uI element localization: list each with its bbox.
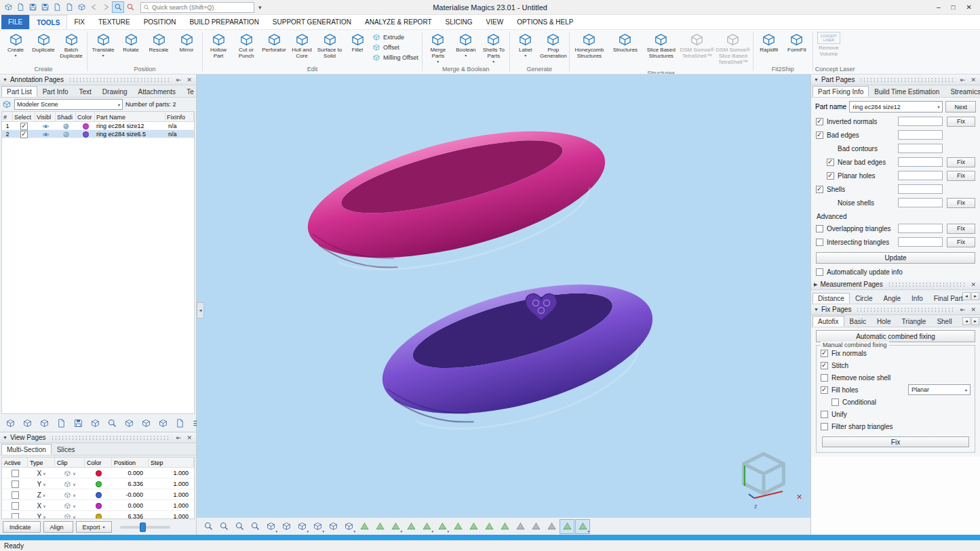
search-input[interactable]: [152, 4, 252, 11]
panel-header[interactable]: ▼ View Pages ⇤ ✕: [0, 432, 196, 443]
collapse-icon[interactable]: ▼: [814, 77, 819, 82]
part-pages-tab[interactable]: Streamics: [945, 86, 980, 97]
ribbon-tab[interactable]: BUILD PREPARATION: [182, 15, 265, 29]
manual-fix-checkbox[interactable]: [821, 374, 828, 382]
paint-part-icon[interactable]: [121, 415, 136, 430]
manual-fix-checkbox[interactable]: [821, 362, 828, 369]
fix-button[interactable]: Fix: [947, 171, 975, 181]
active-checkbox[interactable]: [12, 502, 19, 510]
diagnostic-count-field[interactable]: [898, 237, 943, 247]
shading-sphere-icon[interactable]: [62, 131, 70, 138]
zoom-fit-icon[interactable]: [232, 519, 247, 534]
close-button[interactable]: ✕: [966, 3, 972, 11]
mark-plane-icon[interactable]: [372, 519, 387, 534]
diagnostic-checkbox[interactable]: [827, 159, 834, 166]
section-row[interactable]: X∨ ∨ 0.000 1.000: [2, 468, 194, 478]
chevron-down-icon[interactable]: ∨: [43, 493, 45, 497]
filter-marked-icon[interactable]: [544, 519, 559, 534]
ribbon-tab[interactable]: POSITION: [137, 15, 183, 29]
close-icon[interactable]: ✕: [969, 306, 977, 313]
chevron-down-icon[interactable]: ∨: [73, 514, 75, 519]
ribbon-button[interactable]: Rotate: [117, 30, 144, 58]
clip-icon[interactable]: [64, 491, 71, 499]
drag-handle[interactable]: [51, 435, 170, 441]
ribbon-small-button[interactable]: Offset: [372, 43, 418, 52]
ribbon-tab[interactable]: OPTIONS & HELP: [510, 15, 580, 29]
pan-view-icon[interactable]: [279, 519, 294, 534]
drag-handle[interactable]: [859, 77, 954, 83]
scroll-right-icon[interactable]: ►: [971, 317, 979, 325]
delete-part-icon[interactable]: [87, 415, 102, 430]
ribbon-button[interactable]: Hollow Part: [205, 30, 232, 64]
ribbon-button[interactable]: Create ▾: [2, 30, 29, 58]
fix-pages-tab[interactable]: Triangle: [897, 316, 932, 327]
active-checkbox[interactable]: [12, 481, 19, 488]
annotation-tab[interactable]: Attachments: [133, 86, 182, 97]
ribbon-button[interactable]: Hull and Core: [288, 30, 315, 64]
collapse-icon[interactable]: ▶: [814, 282, 817, 287]
load-part-icon[interactable]: [54, 415, 68, 430]
fix-button[interactable]: Fix: [947, 224, 975, 234]
section-color-swatch[interactable]: [96, 481, 102, 487]
merge-parts-icon[interactable]: [155, 415, 170, 430]
invert-marked-icon[interactable]: [482, 519, 496, 534]
chevron-down-icon[interactable]: ∨: [73, 471, 75, 476]
show-all-icon[interactable]: [528, 519, 543, 534]
ribbon-button[interactable]: Label ▾: [512, 30, 539, 58]
annotation-tab[interactable]: Drawing: [97, 86, 133, 97]
shade-all-icon[interactable]: ▾: [575, 519, 590, 534]
measurement-tab[interactable]: Angle: [878, 293, 906, 304]
collapse-icon[interactable]: ▼: [3, 435, 7, 440]
ribbon-tab[interactable]: TEXTURE: [92, 15, 137, 29]
section-row[interactable]: Y∨ ∨ 6.336 1.000: [2, 478, 194, 489]
diagnostic-count-field[interactable]: [898, 157, 943, 167]
ribbon-button[interactable]: Merge Parts ▾: [425, 30, 452, 64]
annotation-tab[interactable]: Part Info: [37, 86, 74, 97]
collapse-icon[interactable]: ▼: [3, 77, 7, 82]
part-name-select[interactable]: ring ec284 size12 ▾: [849, 101, 943, 113]
chevron-down-icon[interactable]: ∨: [43, 514, 45, 519]
view-action-button[interactable]: Align: [43, 521, 73, 533]
section-row[interactable]: Y∨ ∨ 6.336 1.000: [2, 511, 194, 519]
diagnostic-checkbox[interactable]: [816, 186, 823, 193]
auto-update-checkbox[interactable]: [816, 268, 823, 276]
manual-fix-checkbox[interactable]: [821, 411, 828, 418]
annotation-tab[interactable]: Part List: [1, 86, 37, 97]
scroll-right-icon[interactable]: ►: [971, 292, 979, 300]
active-checkbox[interactable]: [12, 513, 19, 520]
mark-surface-icon[interactable]: ▾: [388, 519, 403, 534]
ribbon-button[interactable]: Prop Generation: [540, 30, 567, 64]
ribbon-button[interactable]: DSM Somos® TetraShell™: [680, 30, 715, 64]
section-color-swatch[interactable]: [96, 470, 102, 476]
chevron-down-icon[interactable]: ∨: [73, 493, 75, 497]
zoom-window-icon[interactable]: [216, 519, 231, 534]
clip-icon[interactable]: [64, 481, 71, 488]
drag-handle[interactable]: [856, 307, 954, 312]
section-color-swatch[interactable]: [96, 514, 102, 520]
ribbon-tab[interactable]: SUPPORT GENERATION: [266, 15, 358, 29]
save-part-icon[interactable]: [71, 415, 85, 430]
fix-pages-tab[interactable]: Basic: [844, 316, 871, 327]
ribbon-button[interactable]: DSM Somos® Slice Based TetraShell™: [716, 30, 751, 70]
ribbon-button[interactable]: Rescale: [145, 30, 172, 58]
fix-pages-tab[interactable]: Shell: [931, 316, 957, 327]
3d-viewport[interactable]: z ✕ ◄: [197, 75, 810, 517]
drag-handle[interactable]: [68, 77, 170, 83]
wireframe-icon[interactable]: [326, 519, 340, 534]
fix-button[interactable]: Fix: [947, 237, 975, 247]
view-tab[interactable]: Multi-Section: [1, 444, 52, 455]
zoom-icon[interactable]: [201, 519, 216, 534]
export-part-icon[interactable]: [172, 415, 187, 430]
duplicate-part-icon[interactable]: [20, 415, 35, 430]
chevron-down-icon[interactable]: ∨: [73, 482, 75, 487]
ribbon-button[interactable]: Translate ▾: [90, 30, 117, 58]
annotation-tab[interactable]: Te: [181, 86, 196, 97]
diagnostic-count-field[interactable]: [898, 184, 943, 194]
scroll-left-icon[interactable]: ◄: [962, 317, 971, 325]
next-part-button[interactable]: Next: [945, 101, 976, 113]
ribbon-button[interactable]: Mirror: [173, 30, 200, 58]
ribbon-button[interactable]: Rapidfit: [756, 30, 783, 58]
ribbon-button[interactable]: Boolean ▾: [452, 30, 479, 58]
select-checkbox[interactable]: [20, 131, 28, 138]
new-part-icon[interactable]: [3, 415, 18, 430]
